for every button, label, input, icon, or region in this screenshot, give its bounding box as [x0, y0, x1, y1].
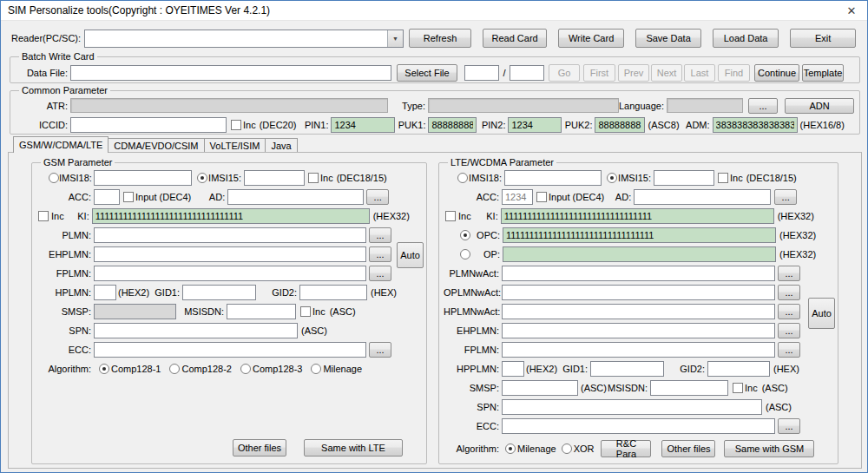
lte-ki-input[interactable] — [501, 208, 774, 224]
lte-imsi-inc-checkbox[interactable] — [718, 173, 728, 183]
reader-combobox[interactable]: ▼ — [84, 30, 404, 48]
gsm-ecc-input[interactable] — [94, 342, 366, 358]
lte-auto-button[interactable]: Auto — [808, 298, 835, 329]
lte-gid2-input[interactable] — [707, 361, 770, 377]
gsm-acc-input[interactable] — [94, 189, 120, 205]
gsm-ecc-more-button[interactable]: ... — [369, 342, 391, 358]
gsm-ad-input[interactable] — [227, 189, 364, 205]
gsm-ehplmn-input[interactable] — [94, 246, 366, 262]
pin2-input[interactable] — [508, 117, 562, 133]
data-file-input[interactable] — [70, 65, 391, 81]
lte-opc-radio[interactable] — [460, 230, 470, 240]
load-data-button[interactable]: Load Data — [713, 29, 779, 48]
lte-other-files-button[interactable]: Other files — [661, 440, 715, 457]
select-file-button[interactable]: Select File — [397, 64, 457, 82]
lte-hplmnwact-input[interactable] — [502, 304, 775, 319]
write-card-button[interactable]: Write Card — [558, 29, 624, 48]
lte-msisdn-inc-checkbox[interactable] — [733, 383, 743, 393]
chevron-down-icon[interactable]: ▼ — [387, 30, 403, 47]
lte-rc-para-button[interactable]: R&C Para — [601, 440, 651, 457]
lte-spn-input[interactable] — [502, 399, 762, 415]
gsm-fplmn-input[interactable] — [94, 266, 366, 281]
batch-total-input[interactable] — [510, 65, 544, 81]
tab-volte-isim[interactable]: VoLTE/ISIM — [204, 138, 266, 152]
exit-button[interactable]: Exit — [790, 29, 856, 48]
lte-imsi15-radio[interactable] — [607, 173, 617, 183]
gsm-auto-button[interactable]: Auto — [397, 242, 424, 268]
lte-ad-more-button[interactable]: ... — [774, 189, 797, 205]
gsm-acc-input-checkbox[interactable] — [123, 192, 134, 202]
gsm-msisdn-input[interactable] — [227, 304, 296, 319]
gsm-msisdn-inc-checkbox[interactable] — [300, 306, 311, 317]
gsm-smsp-input[interactable] — [94, 304, 176, 319]
language-more-button[interactable]: ... — [748, 98, 778, 114]
lte-ki-inc-checkbox[interactable] — [445, 211, 456, 221]
close-button[interactable]: ✕ — [836, 1, 867, 20]
puk1-input[interactable] — [428, 117, 477, 133]
prev-button[interactable]: Prev — [618, 64, 649, 82]
lte-ecc-more-button[interactable]: ... — [778, 418, 800, 434]
gsm-ki-inc-checkbox[interactable] — [38, 211, 49, 221]
lte-plmnwact-input[interactable] — [502, 266, 775, 281]
lte-op-input[interactable] — [503, 246, 776, 262]
gsm-imsi15-input[interactable] — [244, 170, 305, 186]
gsm-algo-milenage-radio[interactable] — [311, 364, 321, 374]
gsm-ehplmn-more-button[interactable]: ... — [369, 246, 391, 262]
gsm-hplmn-input[interactable] — [94, 285, 116, 300]
tab-java[interactable]: Java — [265, 138, 297, 152]
lte-op-radio[interactable] — [460, 249, 470, 259]
gsm-other-files-button[interactable]: Other files — [233, 439, 286, 457]
lte-oplmnwact-more-button[interactable]: ... — [778, 285, 800, 300]
lte-hplmnwact-more-button[interactable]: ... — [778, 304, 800, 319]
lte-opc-input[interactable] — [503, 227, 776, 243]
lte-acc-input[interactable] — [502, 189, 533, 205]
pin1-input[interactable] — [331, 117, 395, 133]
lte-ehplmn-more-button[interactable]: ... — [778, 323, 800, 338]
lte-msisdn-input[interactable] — [650, 380, 728, 396]
lte-same-with-gsm-button[interactable]: Same with GSM — [724, 440, 814, 457]
lte-fplmn-input[interactable] — [502, 342, 775, 358]
lte-ad-input[interactable] — [634, 189, 771, 205]
gsm-ki-input[interactable] — [92, 208, 370, 224]
read-card-button[interactable]: Read Card — [483, 29, 547, 48]
puk2-input[interactable] — [595, 117, 645, 133]
template-button[interactable]: Template — [802, 64, 844, 82]
lte-plmnwact-more-button[interactable]: ... — [778, 266, 800, 281]
lte-hpplmn-input[interactable] — [502, 361, 524, 377]
find-button[interactable]: Find — [718, 64, 750, 82]
gsm-plmn-more-button[interactable]: ... — [369, 227, 391, 243]
gsm-gid1-input[interactable] — [182, 285, 256, 300]
gsm-ad-more-button[interactable]: ... — [366, 189, 389, 205]
gsm-spn-input[interactable] — [94, 323, 298, 338]
adn-button[interactable]: ADN — [785, 98, 854, 114]
gsm-gid2-input[interactable] — [299, 285, 367, 300]
refresh-button[interactable]: Refresh — [409, 29, 471, 48]
gsm-fplmn-more-button[interactable]: ... — [369, 266, 391, 281]
first-button[interactable]: First — [583, 64, 615, 82]
gsm-algo-comp128-1-radio[interactable] — [99, 364, 109, 374]
gsm-algo-comp128-3-radio[interactable] — [240, 364, 251, 374]
lte-imsi18-input[interactable] — [504, 170, 602, 186]
lte-imsi18-radio[interactable] — [457, 173, 468, 183]
lte-ecc-input[interactable] — [502, 418, 775, 434]
gsm-same-with-lte-button[interactable]: Same with LTE — [304, 439, 403, 457]
tab-cdma-evdo-csim[interactable]: CDMA/EVDO/CSIM — [108, 138, 204, 152]
adm-input[interactable] — [713, 117, 798, 133]
go-button[interactable]: Go — [549, 64, 580, 82]
gsm-imsi-inc-checkbox[interactable] — [308, 173, 319, 183]
batch-current-input[interactable] — [464, 65, 499, 81]
iccid-inc-checkbox[interactable] — [231, 120, 241, 130]
lte-algo-milenage-radio[interactable] — [505, 443, 516, 454]
tab-gsm-wcdma-lte[interactable]: GSM/W/CDMA/LTE — [13, 136, 108, 153]
gsm-algo-comp128-2-radio[interactable] — [169, 364, 180, 374]
lte-smsp-input[interactable] — [502, 380, 578, 396]
lte-oplmnwact-input[interactable] — [502, 285, 775, 300]
lte-acc-input-checkbox[interactable] — [536, 192, 547, 202]
next-button[interactable]: Next — [651, 64, 682, 82]
lte-gid1-input[interactable] — [590, 361, 664, 377]
gsm-imsi18-radio[interactable] — [49, 173, 59, 183]
lte-ehplmn-input[interactable] — [502, 323, 775, 338]
gsm-plmn-input[interactable] — [94, 227, 366, 243]
last-button[interactable]: Last — [684, 64, 715, 82]
gsm-imsi15-radio[interactable] — [197, 173, 207, 183]
